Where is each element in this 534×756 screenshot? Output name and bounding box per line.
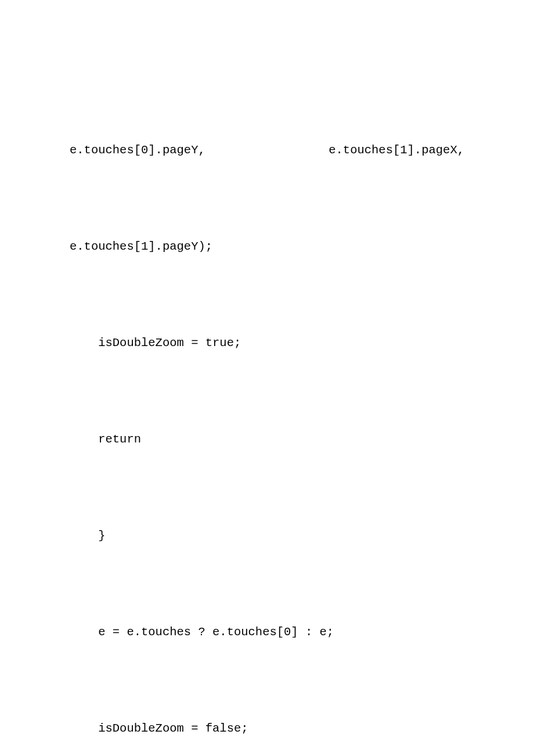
code-content: e.touches[0].pageY, e.touches[1].pageX, … [70,70,464,756]
code-line: isDoubleZoom = true; [70,327,464,359]
code-line: isDoubleZoom = false; [70,712,464,744]
code-line: } [70,520,464,552]
document-page: e.touches[0].pageY, e.touches[1].pageX, … [0,0,534,756]
code-line: e.touches[1].pageY); [70,231,464,262]
code-line: e = e.touches ? e.touches[0] : e; [70,616,464,648]
code-line: e.touches[0].pageY, e.touches[1].pageX, [70,134,464,166]
code-line: return [70,423,464,455]
